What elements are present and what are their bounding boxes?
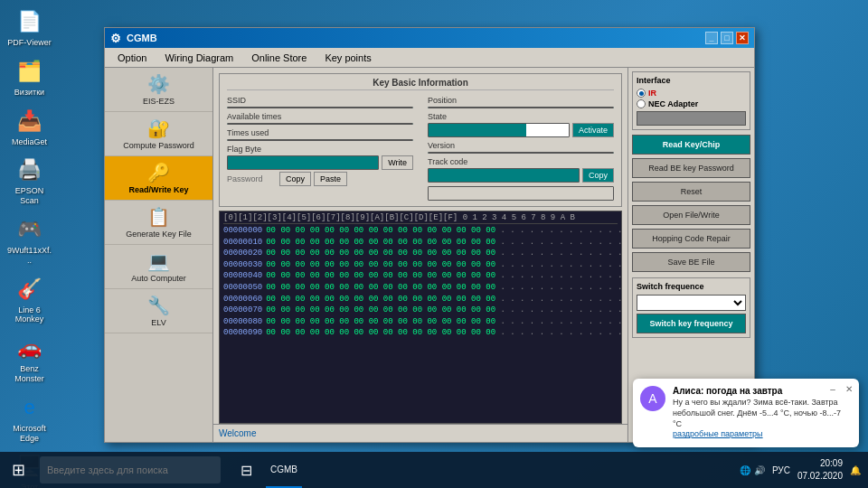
alisa-header-bar: – ✕: [826, 382, 855, 395]
start-button[interactable]: ⊞: [0, 452, 36, 488]
track-code-input[interactable]: [428, 168, 580, 183]
sidebar-item-generate-key-file[interactable]: 📋 Generate Key File: [105, 201, 212, 245]
desktop-icon-edge[interactable]: e Microsoft Edge: [5, 390, 54, 446]
menu-option[interactable]: Option: [108, 51, 156, 65]
position-input[interactable]: [428, 107, 614, 108]
available-times-input[interactable]: [227, 123, 413, 125]
desktop-icon-pdf-viewer[interactable]: 📄 PDF-Viewer: [5, 5, 54, 51]
cgmb-main-content: Key Basic Information SSID Available tim…: [213, 68, 627, 442]
notification-icon[interactable]: 🔔: [850, 465, 861, 475]
desktop-icon-line6[interactable]: 🎸 Line 6 Monkey: [5, 272, 54, 328]
reset-button[interactable]: Reset: [632, 182, 750, 202]
times-used-input[interactable]: [227, 139, 413, 141]
menu-online-store[interactable]: Online Store: [242, 51, 316, 65]
switch-frequence-select[interactable]: [637, 295, 746, 311]
desktop-icon-benz[interactable]: 🚗 Benz Monster: [5, 331, 54, 387]
taskbar-icon-task-view[interactable]: ⊟: [228, 452, 264, 488]
read-write-key-label: Read/Write Key: [129, 185, 189, 194]
alisa-content: Алиса: погода на завтра Ну а чего вы жда…: [673, 386, 852, 440]
generate-key-file-icon: 📋: [108, 206, 209, 228]
menu-wiring-diagram[interactable]: Wiring Diagram: [156, 51, 242, 65]
read-key-chip-button[interactable]: Read Key/Chip: [632, 135, 750, 155]
generate-key-file-label: Generate Key File: [126, 230, 192, 239]
desktop-icons-container: 📄 PDF-Viewer 🗂️ Визитки 📥 MediaGet 🖨️ EP…: [5, 5, 54, 488]
available-times-label: Available times: [227, 112, 413, 121]
track-code-copy-button[interactable]: Copy: [582, 168, 614, 183]
read-be-key-password-button[interactable]: Read BE key Password: [632, 158, 750, 178]
pdf-viewer-label: PDF-Viewer: [7, 38, 51, 48]
activate-button[interactable]: Activate: [572, 123, 614, 137]
track-code-label: Track code: [428, 157, 614, 166]
write-button[interactable]: Write: [382, 155, 413, 170]
taskbar-icons: ⊟ CGMB: [228, 452, 302, 488]
cgmb-menubar: Option Wiring Diagram Online Store Key p…: [105, 48, 754, 68]
minimize-button[interactable]: _: [705, 32, 718, 44]
taskbar-icon-cgmb[interactable]: CGMB: [266, 452, 302, 488]
position-group: Position: [428, 96, 614, 108]
alisa-link[interactable]: раздробные параметры: [673, 429, 763, 438]
menu-key-points[interactable]: Key points: [316, 51, 380, 65]
open-file-write-button[interactable]: Open File/Write: [632, 205, 750, 225]
eis-ezs-label: EIS-EZS: [143, 97, 175, 106]
maximize-button[interactable]: □: [721, 32, 733, 44]
desktop-icon-9wuft[interactable]: 🎮 9Wuft11xXf...: [5, 212, 54, 268]
epson-icon: 🖨️: [15, 155, 44, 184]
switch-frequence-group: Switch frequence Switch key frequency: [632, 277, 750, 338]
ir-label: IR: [648, 89, 656, 98]
auto-computer-icon: 💻: [108, 250, 209, 272]
ir-radio[interactable]: [637, 89, 646, 98]
close-button[interactable]: ✕: [736, 32, 749, 44]
taskbar-time: 20:09 07.02.2020: [797, 457, 843, 483]
alisa-notification: – ✕ А Алиса: погода на завтра Ну а чего …: [633, 379, 859, 447]
sidebar-item-eis-ezs[interactable]: ⚙️ EIS-EZS: [105, 68, 212, 112]
interface-input[interactable]: [637, 111, 746, 126]
hopping-code-repair-button[interactable]: Hopping Code Repair: [632, 229, 750, 249]
state-row: Activate: [428, 123, 614, 137]
hex-row: 0000004000 00 00 00 00 00 00 00 00 00 00…: [223, 270, 618, 282]
ir-radio-row[interactable]: IR: [637, 89, 746, 98]
status-bar: Welcome: [213, 424, 627, 442]
switch-frequence-title: Switch frequence: [637, 282, 746, 291]
taskbar-search[interactable]: [40, 456, 221, 483]
password-value-input[interactable]: [428, 186, 614, 201]
sidebar-item-compute-password[interactable]: 🔐 Compute Password: [105, 112, 212, 156]
vizitki-label: Визитки: [14, 88, 44, 98]
position-label: Position: [428, 96, 614, 105]
hex-row: 0000005000 00 00 00 00 00 00 00 00 00 00…: [223, 282, 618, 294]
cgmb-title-buttons: _ □ ✕: [705, 32, 749, 44]
hex-row: 0000002000 00 00 00 00 00 00 00 00 00 00…: [223, 248, 618, 259]
version-group: Version: [428, 141, 614, 154]
flag-byte-group: Flag Byte Write: [227, 145, 413, 170]
hex-header: [0][1][2][3][4][5][6][7][8][9][A][B][C][…: [223, 213, 618, 224]
switch-key-frequency-button[interactable]: Switch key frequency: [637, 314, 746, 333]
sidebar-item-read-write-key[interactable]: 🔑 Read/Write Key: [105, 156, 212, 201]
desktop-icon-mediaget[interactable]: 📥 MediaGet: [5, 104, 54, 150]
version-input[interactable]: [428, 152, 614, 154]
ssid-input[interactable]: [227, 107, 413, 108]
form-col-right: Position State Activate: [428, 96, 614, 201]
sidebar-item-auto-computer[interactable]: 💻 Auto Computer: [105, 245, 212, 289]
state-label: State: [428, 112, 614, 121]
ssid-group: SSID: [227, 96, 413, 108]
desktop-icon-viziтки[interactable]: 🗂️ Визитки: [5, 54, 54, 100]
save-be-file-button[interactable]: Save BE File: [632, 252, 750, 272]
sidebar-item-elv[interactable]: 🔧 ELV: [105, 289, 212, 333]
nec-radio-row[interactable]: NEC Adapter: [637, 99, 746, 108]
hex-row: 0000006000 00 00 00 00 00 00 00 00 00 00…: [223, 294, 618, 305]
vizitki-icon: 🗂️: [15, 57, 44, 86]
state-group: State Activate: [428, 112, 614, 137]
alisa-close-button[interactable]: ✕: [843, 382, 855, 395]
nec-radio[interactable]: [637, 99, 646, 108]
hex-row: 0000003000 00 00 00 00 00 00 00 00 00 00…: [223, 259, 618, 271]
paste-button[interactable]: Paste: [314, 172, 347, 186]
desktop-icon-epson[interactable]: 🖨️ EPSON Scan: [5, 153, 54, 209]
flag-byte-input[interactable]: [227, 155, 379, 170]
desktop: 📄 PDF-Viewer 🗂️ Визитки 📥 MediaGet 🖨️ EP…: [0, 0, 868, 488]
status-text: Welcome: [219, 428, 257, 438]
volume-icon: 🔊: [754, 465, 765, 475]
alisa-minimize-button[interactable]: –: [826, 382, 839, 395]
state-input[interactable]: [428, 123, 570, 137]
copy-password-button[interactable]: Copy: [279, 172, 311, 186]
eis-ezs-icon: ⚙️: [108, 73, 209, 95]
hex-area: [0][1][2][3][4][5][6][7][8][9][A][B][C][…: [219, 211, 622, 424]
